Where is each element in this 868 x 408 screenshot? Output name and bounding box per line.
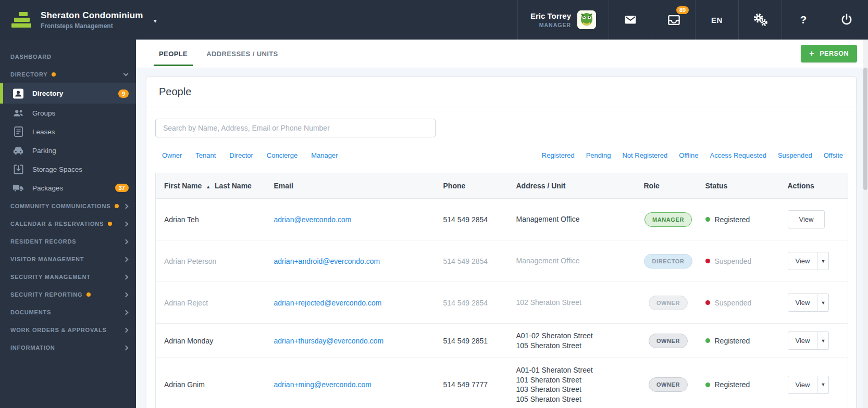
person-phone: 514 549 2851 xyxy=(437,324,510,358)
leases-icon xyxy=(13,126,24,137)
sidebar-group-directory[interactable]: DIRECTORY xyxy=(0,66,136,83)
community-selector[interactable]: Sheraton Condominium Frontsteps Manageme… xyxy=(0,0,157,40)
view-button[interactable]: View xyxy=(788,376,818,394)
sidebar-group-work-orders-approvals[interactable]: WORK ORDERS & APPROVALS xyxy=(0,321,136,339)
view-button[interactable]: View xyxy=(788,332,818,350)
sidebar-group-community-communications[interactable]: COMMUNITY COMMUNICATIONS xyxy=(0,197,136,215)
notification-dot xyxy=(108,222,112,226)
language-button[interactable]: EN xyxy=(695,0,738,40)
tab-people[interactable]: PEOPLE xyxy=(154,40,193,68)
view-menu-button[interactable]: ▼ xyxy=(817,252,829,270)
card-body: Owner Tenant Director Concierge Manager … xyxy=(146,107,856,408)
filter-pending[interactable]: Pending xyxy=(586,151,611,159)
filter-owner[interactable]: Owner xyxy=(162,151,182,159)
view-menu-button[interactable]: ▼ xyxy=(817,376,829,394)
first-name-header: First Name xyxy=(164,182,202,190)
sidebar-item-storage-spaces[interactable]: Storage Spaces xyxy=(0,160,136,178)
sidebar-item-label: Storage Spaces xyxy=(32,165,82,173)
filter-row: Owner Tenant Director Concierge Manager … xyxy=(155,151,847,159)
column-header-role[interactable]: Role xyxy=(638,173,699,199)
plus-icon: + xyxy=(809,49,814,58)
filter-concierge[interactable]: Concierge xyxy=(267,151,297,159)
filter-registered[interactable]: Registered xyxy=(542,151,575,159)
filter-offsite[interactable]: Offsite xyxy=(824,151,843,159)
view-button[interactable]: View xyxy=(788,252,818,270)
filter-tenant[interactable]: Tenant xyxy=(195,151,216,159)
status-label: Registered xyxy=(715,380,750,389)
sidebar-group-documents[interactable]: DOCUMENTS xyxy=(0,303,136,321)
status-dot-icon xyxy=(705,217,710,222)
filter-offline[interactable]: Offline xyxy=(679,151,698,159)
user-menu[interactable]: Eric Torrey MANAGER xyxy=(517,0,609,40)
role-badge: OWNER xyxy=(649,377,688,392)
sidebar-label: RESIDENT RECORDS xyxy=(10,238,76,245)
search-input[interactable] xyxy=(155,119,436,137)
scrollbar-thumb[interactable] xyxy=(863,68,867,190)
sidebar-item-directory[interactable]: Directory 9 xyxy=(0,83,136,104)
sidebar-group-security-reporting[interactable]: SECURITY REPORTING xyxy=(0,286,136,303)
sidebar-label: WORK ORDERS & APPROVALS xyxy=(10,327,107,333)
tab-bar: PEOPLE ADDRESSES / UNITS + PERSON xyxy=(136,40,868,68)
address-unit: Management Office xyxy=(516,214,631,224)
sidebar-group-resident-records[interactable]: RESIDENT RECORDS xyxy=(0,233,136,250)
sidebar-label: CALENDAR & RESERVATIONS xyxy=(10,221,104,227)
column-header-email[interactable]: Email xyxy=(268,173,437,199)
sidebar-item-parking[interactable]: Parking xyxy=(0,141,136,160)
person-phone: 514 549 2854 xyxy=(437,282,510,324)
column-header-status[interactable]: Status xyxy=(699,173,782,199)
person-name: Adrian Peterson xyxy=(156,240,268,282)
sidebar-group-information[interactable]: INFORMATION xyxy=(0,339,136,356)
filter-not-registered[interactable]: Not Registered xyxy=(622,151,667,159)
avatar[interactable] xyxy=(577,10,596,29)
view-menu-button[interactable]: ▼ xyxy=(817,332,829,350)
email-link[interactable]: adrian+thursday@evercondo.com xyxy=(274,337,384,345)
sidebar-group-security-management[interactable]: SECURITY MANAGEMENT xyxy=(0,268,136,286)
column-header-phone[interactable]: Phone xyxy=(437,173,510,199)
help-button[interactable]: ? xyxy=(782,0,825,40)
inbox-icon xyxy=(667,13,681,27)
sidebar-item-leases[interactable]: Leases xyxy=(0,122,136,141)
sidebar-group-visitor-management[interactable]: VISITOR MANAGEMENT xyxy=(0,250,136,268)
filter-director[interactable]: Director xyxy=(229,151,253,159)
address-unit: A01-01 Sheraton Street 101 Sheraton Stre… xyxy=(516,365,631,404)
filter-suspended[interactable]: Suspended xyxy=(778,151,812,159)
tab-addresses-units[interactable]: ADDRESSES / UNITS xyxy=(201,40,283,68)
filter-manager[interactable]: Manager xyxy=(311,151,338,159)
inbox-button[interactable]: 89 xyxy=(652,0,695,40)
main-content: PEOPLE ADDRESSES / UNITS + PERSON People… xyxy=(136,40,868,408)
sidebar-item-label: Groups xyxy=(32,109,55,117)
status-cell: Suspended xyxy=(705,299,775,307)
filter-access-requested[interactable]: Access Requested xyxy=(710,151,766,159)
column-header-name[interactable]: First Name ▲ Last Name xyxy=(156,173,268,199)
scrollbar[interactable] xyxy=(863,40,868,408)
sidebar-group-calendar-reservations[interactable]: CALENDAR & RESERVATIONS xyxy=(0,215,136,233)
column-header-address[interactable]: Address / Unit xyxy=(510,173,638,199)
role-filters: Owner Tenant Director Concierge Manager xyxy=(162,151,338,159)
people-card: People Owner Tenant Director Concierge M… xyxy=(146,76,857,408)
email-link[interactable]: adrian@evercondo.com xyxy=(274,215,352,224)
view-menu-button[interactable]: ▼ xyxy=(817,294,829,312)
sidebar-item-packages[interactable]: Packages 37 xyxy=(0,178,136,197)
sort-asc-icon: ▲ xyxy=(206,184,210,189)
add-person-button[interactable]: + PERSON xyxy=(801,45,857,62)
address-unit: A01-02 Sheraton Street 105 Sheraton Stre… xyxy=(516,331,631,350)
view-button[interactable]: View xyxy=(788,294,818,312)
status-dot-icon xyxy=(705,300,710,305)
sidebar-label: DASHBOARD xyxy=(10,54,52,60)
email-link[interactable]: adrian+android@evercondo.com xyxy=(274,257,380,265)
chevron-right-icon xyxy=(123,203,129,209)
sidebar-item-dashboard[interactable]: DASHBOARD xyxy=(0,48,136,66)
logout-button[interactable] xyxy=(825,0,868,40)
caret-down-icon: ▼ xyxy=(821,259,825,264)
sidebar-label: DIRECTORY xyxy=(10,71,47,78)
view-button[interactable]: View xyxy=(788,210,825,228)
messages-button[interactable] xyxy=(609,0,652,40)
table-row: Adrian Peterson adrian+android@evercondo… xyxy=(156,240,848,282)
notification-dot xyxy=(115,204,119,208)
email-link[interactable]: adrian+ming@evercondo.com xyxy=(274,380,371,389)
caret-down-icon: ▼ xyxy=(821,338,825,343)
email-link[interactable]: adrian+rejected@evercondo.com xyxy=(274,299,382,307)
settings-button[interactable] xyxy=(738,0,782,40)
person-phone: 514 549 7777 xyxy=(437,358,510,408)
sidebar-item-groups[interactable]: Groups xyxy=(0,104,136,122)
